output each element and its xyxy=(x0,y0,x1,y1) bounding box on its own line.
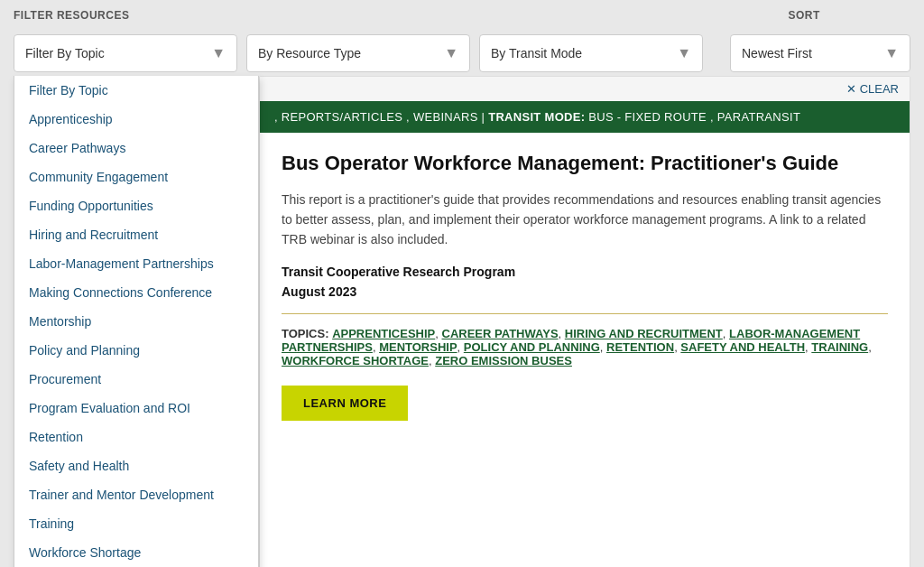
topic-link[interactable]: WORKFORCE SHORTAGE xyxy=(282,354,429,367)
content-panel: ✕ CLEAR , REPORTS/ARTICLES , WEBINARS | … xyxy=(259,76,910,567)
topic-link[interactable]: SAFETY AND HEALTH xyxy=(680,340,805,354)
dropdown-list: Filter By TopicApprenticeshipCareer Path… xyxy=(14,76,258,567)
topics-line: TOPICS: APPRENTICESHIP, CAREER PATHWAYS,… xyxy=(282,327,888,367)
clear-bar[interactable]: ✕ CLEAR xyxy=(260,77,910,101)
topics-label: TOPICS: xyxy=(282,327,329,340)
topic-separator: , xyxy=(723,327,729,340)
dropdown-item[interactable]: Hiring and Recruitment xyxy=(14,220,258,249)
topic-link[interactable]: TRAINING xyxy=(811,340,868,354)
dropdown-item[interactable]: Training xyxy=(14,509,258,538)
divider xyxy=(282,313,888,314)
topic-link[interactable]: MENTORSHIP xyxy=(379,340,457,354)
dropdown-item[interactable]: Procurement xyxy=(14,365,258,394)
page-wrapper: FILTER RESOURCES SORT Filter By Topic ▼ … xyxy=(0,0,924,567)
topic-separator: , xyxy=(559,327,565,340)
dropdown-item[interactable]: Workforce Shortage xyxy=(14,538,258,567)
filter-type-chevron: ▼ xyxy=(444,45,458,61)
dropdown-item[interactable]: Program Evaluation and ROI xyxy=(14,394,258,423)
resource-body: Bus Operator Workforce Management: Pract… xyxy=(260,133,910,439)
topics-links: APPRENTICESHIP, CAREER PATHWAYS, HIRING … xyxy=(282,327,872,367)
dropdown-item[interactable]: Retention xyxy=(14,423,258,451)
resource-title: Bus Operator Workforce Management: Pract… xyxy=(282,151,888,177)
resource-tag-bar: , REPORTS/ARTICLES , WEBINARS | TRANSIT … xyxy=(260,101,910,133)
sort-chevron: ▼ xyxy=(884,45,899,61)
filter-type-dropdown[interactable]: By Resource Type ▼ xyxy=(246,34,470,72)
dropdown-item[interactable]: Safety and Health xyxy=(14,451,258,480)
topic-separator: , xyxy=(457,340,464,354)
resource-organization: Transit Cooperative Research Program xyxy=(282,265,888,279)
dropdown-item[interactable]: Career Pathways xyxy=(14,134,258,163)
topic-link[interactable]: ZERO EMISSION BUSES xyxy=(435,354,572,367)
transit-mode-label: TRANSIT MODE: xyxy=(488,110,585,124)
dropdown-item[interactable]: Community Engagement xyxy=(14,163,258,191)
filter-mode-chevron: ▼ xyxy=(677,45,691,61)
topic-separator: , xyxy=(868,340,872,354)
resource-tags-text: , REPORTS/ARTICLES , WEBINARS | TRANSIT … xyxy=(274,110,800,124)
topic-link[interactable]: RETENTION xyxy=(606,340,674,354)
topic-separator: , xyxy=(600,340,606,354)
filter-resources-label: FILTER RESOURCES xyxy=(14,9,129,22)
filter-type-label: By Resource Type xyxy=(258,46,361,60)
topic-link[interactable]: POLICY AND PLANNING xyxy=(464,340,600,354)
filter-topic-chevron: ▼ xyxy=(211,45,226,61)
topic-dropdown-overlay: Filter By TopicApprenticeshipCareer Path… xyxy=(14,76,259,567)
resource-date: August 2023 xyxy=(282,284,888,299)
topic-link[interactable]: CAREER PATHWAYS xyxy=(442,327,559,340)
dropdown-item[interactable]: Filter By Topic xyxy=(14,76,258,105)
learn-more-button[interactable]: LEARN MORE xyxy=(282,386,408,421)
filter-topic-dropdown[interactable]: Filter By Topic ▼ xyxy=(14,34,237,72)
filter-row: Filter By Topic ▼ By Resource Type ▼ By … xyxy=(14,34,910,72)
clear-button[interactable]: ✕ CLEAR xyxy=(846,82,899,96)
topic-separator: , xyxy=(435,327,441,340)
sort-dropdown[interactable]: Newest First ▼ xyxy=(730,34,910,72)
resource-description: This report is a practitioner's guide th… xyxy=(282,190,888,250)
sort-label: SORT xyxy=(788,9,819,22)
topic-link[interactable]: APPRENTICESHIP xyxy=(332,327,435,340)
dropdown-item[interactable]: Apprenticeship xyxy=(14,105,258,134)
dropdown-item[interactable]: Trainer and Mentor Development xyxy=(14,480,258,509)
filter-mode-label: By Transit Mode xyxy=(491,46,582,60)
dropdown-item[interactable]: Making Connections Conference xyxy=(14,278,258,307)
dropdown-item[interactable]: Policy and Planning xyxy=(14,336,258,365)
dropdown-item[interactable]: Mentorship xyxy=(14,307,258,336)
filter-mode-dropdown[interactable]: By Transit Mode ▼ xyxy=(479,34,703,72)
dropdown-item[interactable]: Funding Opportunities xyxy=(14,191,258,220)
dropdown-item[interactable]: Labor-Management Partnerships xyxy=(14,249,258,278)
filter-topic-label: Filter By Topic xyxy=(25,46,105,60)
topic-link[interactable]: HIRING AND RECRUITMENT xyxy=(565,327,723,340)
main-content: Filter By TopicApprenticeshipCareer Path… xyxy=(14,76,910,567)
sort-label-text: Newest First xyxy=(742,46,812,60)
